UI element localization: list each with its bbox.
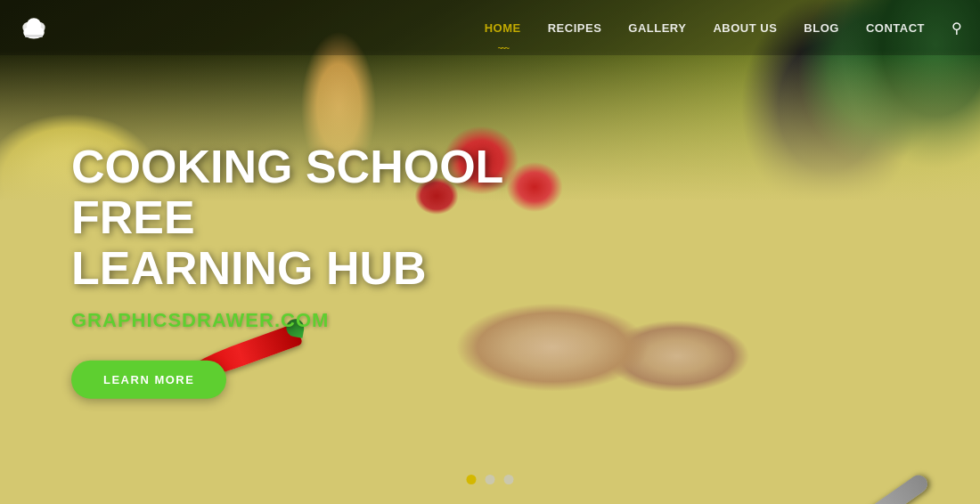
nav-item-blog[interactable]: BLOG [804, 20, 839, 36]
hero-content: COOKING SCHOOL FREE LEARNING HUB GRAPHIC… [71, 142, 570, 399]
nav-search[interactable]: ⚲ [951, 20, 962, 37]
chef-hat-icon [18, 12, 50, 44]
nav-item-gallery[interactable]: GALLERY [628, 20, 686, 36]
nav-item-home[interactable]: HOME ~~~ [485, 20, 521, 36]
nav-item-recipes[interactable]: RECIPES [548, 20, 602, 36]
svg-rect-5 [25, 35, 43, 37]
nav-item-contact[interactable]: CONTACT [866, 20, 925, 36]
slide-dot-1[interactable] [467, 475, 477, 484]
hero-section: HOME ~~~ RECIPES GALLERY ABOUT US BLOG C… [0, 0, 980, 504]
hero-subtitle: GRAPHICSDRAWER.COM [71, 308, 570, 331]
logo[interactable] [18, 12, 50, 44]
search-icon[interactable]: ⚲ [951, 20, 962, 36]
nav-item-about[interactable]: ABOUT US [713, 20, 777, 36]
hero-title: COOKING SCHOOL FREE LEARNING HUB [71, 142, 570, 295]
learn-more-button[interactable]: LEARN MORE [71, 360, 226, 398]
navbar: HOME ~~~ RECIPES GALLERY ABOUT US BLOG C… [0, 0, 980, 55]
slide-dot-3[interactable] [504, 475, 514, 484]
slide-dot-2[interactable] [486, 475, 495, 484]
nav-links: HOME ~~~ RECIPES GALLERY ABOUT US BLOG C… [485, 20, 962, 37]
active-nav-indicator: ~~~ [497, 45, 508, 53]
slide-dots [467, 475, 514, 484]
svg-point-4 [34, 22, 45, 34]
